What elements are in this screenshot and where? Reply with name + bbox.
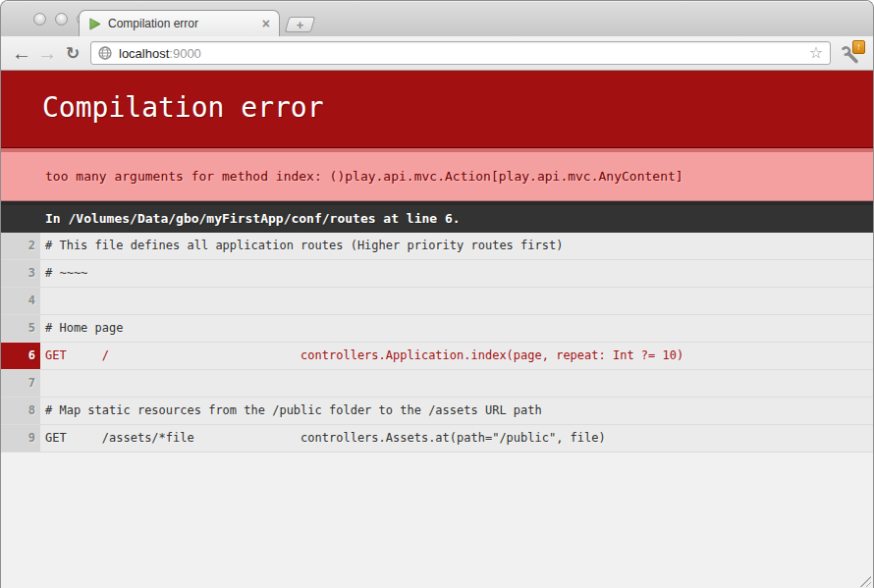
- url-host: localhost: [119, 46, 169, 61]
- line-number: 6: [1, 343, 40, 369]
- source-line-row: 7: [1, 370, 873, 398]
- error-detail: too many arguments for method index: ()p…: [1, 148, 873, 201]
- page-content: Compilation error too many arguments for…: [1, 71, 873, 588]
- line-code: [40, 288, 873, 314]
- play-favicon-icon: [88, 18, 101, 30]
- forward-button[interactable]: →: [34, 43, 60, 63]
- update-badge-icon: ↑: [852, 40, 865, 54]
- error-location: In /Volumes/Data/gbo/myFirstApp/conf/rou…: [1, 201, 873, 233]
- url-port: :9000: [169, 46, 201, 61]
- new-tab-button[interactable]: +: [285, 17, 316, 32]
- source-listing: 2 # This file defines all application ro…: [1, 233, 873, 453]
- source-line-row: 8 # Map static resources from the /publi…: [1, 398, 873, 425]
- line-number: 5: [1, 315, 40, 342]
- line-code: # Map static resources from the /public …: [40, 398, 873, 424]
- line-code: # This file defines all application rout…: [40, 233, 873, 259]
- globe-icon: [98, 46, 112, 60]
- title-bar: Compilation error × +: [1, 1, 873, 36]
- plus-icon: +: [297, 19, 304, 31]
- line-number: 8: [1, 398, 40, 424]
- line-code: [40, 370, 873, 397]
- line-code: GET /assets/*file controllers.Assets.at(…: [40, 425, 873, 452]
- source-line-row: 5 # Home page: [1, 315, 873, 343]
- tab-compilation-error[interactable]: Compilation error ×: [79, 10, 280, 36]
- source-line-row: 2 # This file defines all application ro…: [1, 233, 873, 260]
- source-line-row: 6 GET / controllers.Application.index(pa…: [1, 343, 873, 370]
- close-window-button[interactable]: [33, 13, 46, 26]
- wrench-menu-button[interactable]: ↑: [840, 40, 865, 66]
- line-code: # Home page: [40, 315, 873, 342]
- nav-toolbar: ← → ↻ localhost:9000 ☆ ↑: [1, 36, 873, 71]
- resize-grip[interactable]: [856, 572, 871, 587]
- address-bar[interactable]: localhost:9000 ☆: [90, 41, 831, 65]
- bookmark-star-icon[interactable]: ☆: [809, 45, 823, 61]
- browser-window: Compilation error × + ← → ↻ localhost:90…: [0, 0, 874, 588]
- page-title: Compilation error: [1, 71, 873, 148]
- line-number: 7: [1, 370, 40, 397]
- line-number: 4: [1, 288, 40, 314]
- back-button[interactable]: ←: [9, 43, 34, 63]
- line-number: 3: [1, 260, 40, 287]
- source-line-row: 9 GET /assets/*file controllers.Assets.a…: [1, 425, 873, 453]
- tab-close-icon[interactable]: ×: [262, 17, 270, 30]
- line-code: # ~~~~: [40, 260, 873, 287]
- source-line-row: 4: [1, 288, 873, 315]
- minimize-window-button[interactable]: [55, 13, 68, 26]
- line-number: 9: [1, 425, 40, 452]
- line-number: 2: [1, 233, 40, 259]
- line-code: GET / controllers.Application.index(page…: [40, 343, 873, 369]
- source-line-row: 3 # ~~~~: [1, 260, 873, 288]
- reload-button[interactable]: ↻: [60, 45, 85, 62]
- tab-title: Compilation error: [108, 17, 262, 30]
